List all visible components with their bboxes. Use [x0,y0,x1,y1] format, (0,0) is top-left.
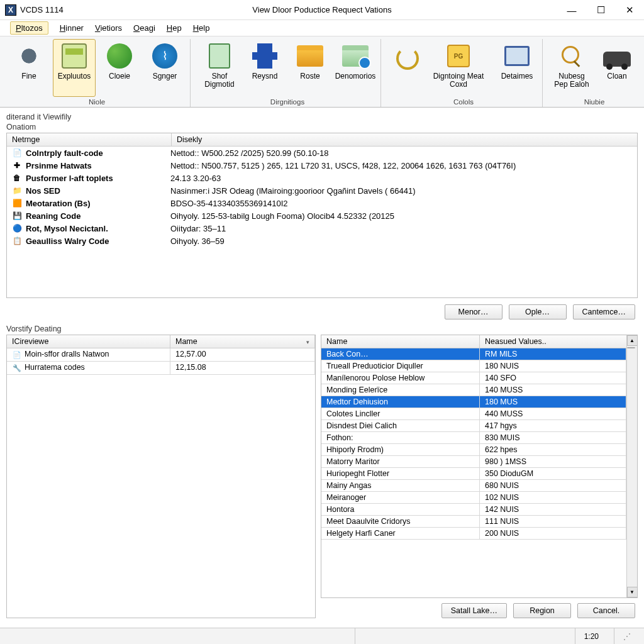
ribbon-group-label: Colols [453,98,474,106]
table-row[interactable]: Back Con…RM MlLS [321,348,626,360]
app-icon: X [5,4,16,16]
cell-value: 200 NUIS [480,528,626,539]
info-row[interactable]: 📄Colntrply fault-codeNettod:: W500.252 /… [7,147,637,159]
document-title: View Dloor Poductice Requect Vations [0,5,644,14]
ribbon-group: Nubesg Pep EalohCloanNiubie [547,39,642,107]
btn-cantemce-[interactable]: Cantemce… [573,304,635,319]
table-row[interactable]: 🔧Hurratema codes12,15.08 [7,362,315,375]
table-row[interactable]: Meiranoger102 NUIS [321,492,626,504]
menu-pltozos[interactable]: Pltozos [10,21,48,35]
btn-cancel-[interactable]: Cancel. [577,603,635,618]
ribbon-btn-cloan[interactable]: Cloan [596,39,638,97]
info-row[interactable]: 📋Geaulliss Walry CodeOihyoly. 36–59 [7,235,637,247]
table-row[interactable]: Trueall Preduoticior Diquller180 NUIS [321,360,626,372]
cell-name: Hhiporly Rrodm) [321,444,480,455]
row-icon: 🗑 [12,173,22,183]
ribbon-btn-denomorios[interactable]: Denomorios [334,39,377,97]
left-th-key[interactable]: ICireviewe [7,335,170,348]
cell-value: 180 MUS [480,396,626,408]
info-value: Oiitydar: 35–11 [170,224,632,233]
cell-value: 180 NUIS [480,360,626,372]
maximize-button[interactable]: ☐ [586,0,615,20]
cell-name: Monding Eelerïce [321,384,480,396]
info-row[interactable]: ✚Prsinme HatwatsNettod:: N500.757, 5125 … [7,159,637,172]
info-row[interactable]: 🔵Rot, Mysol Necictanl.Oiitydar: 35–11 [7,222,637,235]
menu-help[interactable]: Help [193,23,210,33]
ribbon-btn-label: Sgnger [153,72,177,80]
ribbon-btn-nubesg-pep-ealoh[interactable]: Nubesg Pep Ealoh [550,39,593,97]
ribbon-btn-shof-digmotid[interactable]: Shof Digmotid [198,39,241,97]
info-header-key[interactable]: Netrnge [7,133,172,146]
row-icon: ✚ [12,160,22,170]
cell-name: Meiranoger [321,492,480,503]
ribbon-btn-label: Detaimes [501,72,533,80]
ribbon-btn-label: Cloeie [109,72,130,80]
table-row[interactable]: Disndest Diei Calich417 hgys [321,420,626,432]
resize-grip-icon[interactable]: ⋰ [614,628,638,644]
table-row[interactable]: Manílenorou Polose Heblow140 SFO [321,372,626,384]
table-row[interactable]: Mainy Angas680 NUIS [321,480,626,492]
table-row[interactable]: Colotes Lincller440 MUSS [321,408,626,420]
table-row[interactable]: Hontora142 NUIS [321,504,626,516]
table-row[interactable]: Matorry Maritor980 ) 1MSS [321,456,626,468]
menu-vietiors[interactable]: Vietiors [95,23,122,33]
scroll-down-icon[interactable]: ▼ [627,587,638,597]
badge-icon: PG [447,45,470,67]
ribbon-leading-icon[interactable] [389,39,421,97]
cell-name: Helgety Harfi Caner [321,528,480,539]
table-row[interactable]: Helgety Harfi Caner200 NUIS [321,528,626,540]
menu-hep[interactable]: Hep [167,23,182,33]
gear-icon [16,43,42,69]
row-icon: 💾 [12,211,22,221]
table-row[interactable]: 📄Moin-sffor dralls Natwon12,57.00 [7,348,315,362]
table-row[interactable]: Huriopeght Flotter350 DioduGM [321,468,626,480]
table-row[interactable]: Hhiporly Rrodm)622 hpes [321,444,626,456]
cell-value: 142 NUIS [480,504,626,515]
btn-ople-[interactable]: Ople… [509,304,567,319]
cell-name: Huriopeght Flotter [321,468,480,479]
info-key: Prsinme Hatwats [26,161,92,170]
scroll-up-icon[interactable]: ▲ [627,335,638,346]
scroll-thumb[interactable] [627,347,635,348]
right-table: Name Neasued Values.. Back Con…RM MlLSTr… [321,335,638,598]
ribbon-btn-detaimes[interactable]: Detaimes [496,39,538,97]
ribbon-btn-expluutos[interactable]: Expluutos [53,39,96,97]
cell-value: 622 hpes [480,444,626,455]
folder-icon [297,45,323,67]
chevron-down-icon[interactable]: ▾ [306,339,309,345]
ribbon-btn-reysnd[interactable]: Reysnd [243,39,286,97]
menu-hinner[interactable]: Hinner [60,23,84,33]
cell-name: Meet Daaulvite Cridorys [321,516,480,527]
right-th-val[interactable]: Neasued Values.. [480,335,637,348]
btn-region[interactable]: Region [513,603,571,618]
scrollbar-vertical[interactable]: ▲ ▼ [626,335,637,597]
info-row[interactable]: 📁Nos SEDNasinmer:i JSR Odeag (lMairoing:… [7,184,637,197]
info-row[interactable]: 🗑Pusformer l-aft toplets24.13 3.20-63 [7,172,637,184]
btn-menor-[interactable]: Menor… [445,304,502,319]
table-row[interactable]: Fothon:830 MUIS [321,432,626,444]
info-row[interactable]: 🟧Meotaration (Bs)BDSO-35-413340355369141… [7,197,637,209]
info-key: Colntrply fault-code [26,148,103,158]
minimize-button[interactable]: — [557,0,586,20]
ribbon-btn-roste[interactable]: Roste [289,39,331,97]
ribbon-btn-cloeie[interactable]: Cloeie [98,39,141,97]
ribbon-btn-sgnger[interactable]: ⌇Sgnger [143,39,186,97]
ribbon-btn-fine[interactable]: Fine [8,39,50,97]
ribbon-btn-digntoing-meat-coxd[interactable]: PGDigntoing Meat Coxd [424,39,493,97]
table-row[interactable]: Monding Eelerïce140 MUSS [321,384,626,396]
left-th-val[interactable]: Mame▾ [170,335,315,348]
cell-name: Back Con… [321,348,480,360]
table-row[interactable]: Medtor Dehiusion180 MUS [321,396,626,408]
status-time: 1:20 [575,628,608,644]
btn-satall-lake-[interactable]: Satall Lake… [441,603,507,618]
info-value: Nettod:: W500.252 /2025) 520.99 (50.10-1… [170,148,632,158]
ribbon-btn-label: Cloan [607,72,626,80]
info-key: Meotaration (Bs) [26,199,91,208]
info-row[interactable]: 💾Reaning CodeOihyoly. 125-53-tabilg Loug… [7,209,637,222]
info-header-val[interactable]: Disekly [172,133,637,146]
ribbon-group-label: Niole [89,98,105,106]
table-row[interactable]: Meet Daaulvite Cridorys111 NUIS [321,516,626,528]
menu-oeagi[interactable]: Oeagi [133,23,155,33]
close-button[interactable]: ✕ [615,0,644,20]
right-th-name[interactable]: Name [321,335,480,348]
